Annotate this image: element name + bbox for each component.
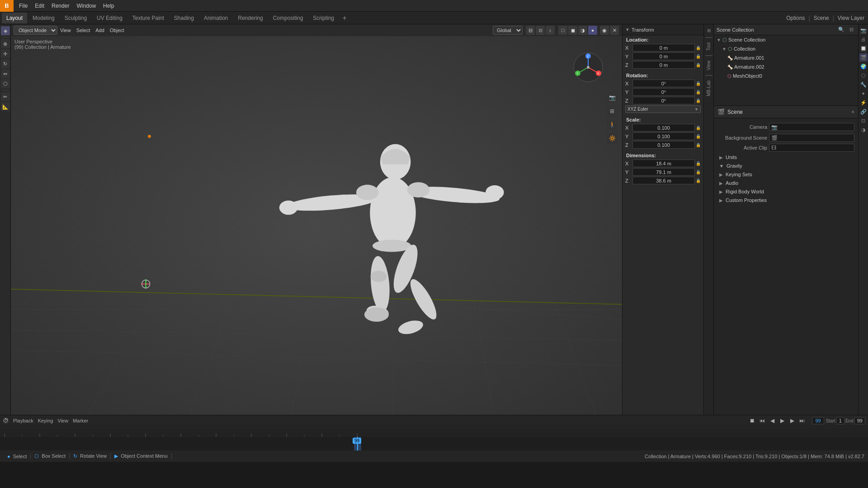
xray-toggle[interactable]: ✕ — [610, 26, 619, 35]
scale-y-input[interactable]: 0.100 — [632, 132, 695, 140]
tab-layout[interactable]: Layout — [2, 13, 27, 23]
menu-edit[interactable]: Edit — [31, 0, 48, 12]
location-z-lock[interactable]: 🔒 — [696, 63, 701, 67]
custom-properties-section[interactable]: ▶ Custom Properties — [716, 196, 856, 204]
object-props-icon[interactable]: ⬡ — [859, 71, 868, 80]
rotation-x-lock[interactable]: 🔒 — [696, 81, 701, 86]
modifier-props-icon[interactable]: 🔧 — [859, 80, 868, 89]
rotation-z-input[interactable]: 0° — [632, 97, 695, 104]
view-camera-icon[interactable]: 📷 — [607, 92, 618, 103]
tool-transform[interactable]: ⬡ — [1, 79, 10, 88]
frame-forward-button[interactable]: ▶ — [788, 416, 797, 425]
play-button[interactable]: ▶ — [778, 416, 787, 425]
frame-back-button[interactable]: ◀ — [768, 416, 777, 425]
tab-shading[interactable]: Shading — [170, 13, 198, 23]
tool-scale[interactable]: ⇔ — [1, 69, 10, 78]
tool-tab-icon[interactable]: ⊞ — [705, 26, 713, 34]
tool-annotate[interactable]: ✏ — [1, 92, 10, 101]
scale-x-input[interactable]: 0.100 — [632, 124, 695, 131]
view-layer-props-icon[interactable]: 🔲 — [859, 44, 868, 52]
add-workspace-button[interactable]: + — [340, 13, 349, 23]
jump-end-button[interactable]: ⏭ — [797, 416, 807, 425]
background-scene-value[interactable]: 🎬 — [769, 134, 854, 142]
end-frame-input[interactable]: 99 — [854, 417, 865, 424]
active-clip-value[interactable]: 🎞 — [769, 144, 854, 152]
tab-modeling[interactable]: Modeling — [28, 13, 59, 23]
playback-menu[interactable]: Playback — [11, 417, 36, 424]
constraints-icon[interactable]: 🔗 — [859, 108, 868, 116]
data-props-icon[interactable]: ⊡ — [859, 117, 868, 125]
camera-value[interactable]: 📷 — [769, 123, 854, 131]
object-mode-select[interactable]: Object Mode Edit Mode Sculpt Mode — [14, 26, 57, 35]
keying-sets-section[interactable]: ▶ Keying Sets — [716, 170, 856, 178]
scale-z-input[interactable]: 0.100 — [632, 141, 695, 149]
solid-mode[interactable]: ◼ — [568, 26, 577, 35]
units-section[interactable]: ▶ Units — [716, 153, 856, 161]
rigid-body-world-section[interactable]: ▶ Rigid Body World — [716, 188, 856, 196]
snap-toggle[interactable]: ⊟ — [526, 26, 535, 35]
rotation-y-lock[interactable]: 🔒 — [696, 90, 701, 94]
viewport[interactable]: Object Mode Edit Mode Sculpt Mode View S… — [11, 24, 622, 415]
scene-canvas[interactable] — [11, 36, 622, 415]
scale-z-lock[interactable]: 🔒 — [696, 143, 701, 147]
menu-file[interactable]: File — [15, 0, 31, 12]
global-select[interactable]: Global Local Normal — [493, 26, 523, 35]
rendered-mode[interactable]: ● — [588, 26, 597, 35]
start-frame-input[interactable]: 1 — [836, 417, 844, 424]
vp-menu-select[interactable]: Select — [74, 27, 93, 34]
scale-x-lock[interactable]: 🔒 — [696, 126, 701, 130]
rotation-x-input[interactable]: 0° — [632, 80, 695, 87]
scene-label[interactable]: Scene — [814, 15, 829, 21]
world-props-icon[interactable]: 🌍 — [859, 62, 868, 70]
dim-x-lock[interactable]: 🔒 — [696, 161, 701, 166]
options-label[interactable]: Options — [786, 15, 805, 21]
timeline-scrubber[interactable]: 0 10 20 30 40 50 60 70 80 90 100 110 120 — [0, 427, 868, 450]
tool-move[interactable]: ✛ — [1, 49, 10, 58]
armature-002-item[interactable]: 🦴 Armature.002 — [714, 62, 858, 71]
collection-root-item[interactable]: ▼ ⬡ Scene Collection — [714, 35, 858, 44]
material-props-icon[interactable]: ◑ — [859, 126, 868, 134]
vp-menu-add[interactable]: Add — [93, 27, 107, 34]
view-render-icon[interactable]: 🔆 — [607, 133, 618, 144]
view-layer-label[interactable]: View Layer — [838, 15, 864, 21]
collection-item[interactable]: ▼ ⬡ Collection — [714, 44, 858, 53]
dim-y-lock[interactable]: 🔒 — [696, 170, 701, 174]
view-menu[interactable]: View — [55, 417, 71, 424]
vp-menu-object[interactable]: Object — [107, 27, 127, 34]
dim-z-input[interactable]: 38.6 m — [632, 177, 695, 184]
tool-select[interactable]: ◈ — [1, 26, 10, 35]
keying-menu[interactable]: Keying — [36, 417, 56, 424]
timeline-area-icon[interactable]: ⏱ — [3, 418, 9, 424]
stop-button[interactable]: ⏹ — [748, 416, 757, 425]
dim-y-input[interactable]: 79.1 m — [632, 168, 695, 176]
menu-render[interactable]: Render — [48, 0, 73, 12]
jump-start-button[interactable]: ⏮ — [758, 416, 767, 425]
tool-measure[interactable]: 📐 — [1, 102, 10, 111]
menu-help[interactable]: Help — [99, 0, 118, 12]
view-ortho-icon[interactable]: ⊞ — [607, 106, 618, 117]
audio-section[interactable]: ▶ Audio — [716, 179, 856, 187]
armature-001-item[interactable]: 🦴 Armature.001 — [714, 53, 858, 62]
output-props-icon[interactable]: 🖨 — [859, 35, 868, 43]
marker-menu[interactable]: Marker — [71, 417, 90, 424]
material-mode[interactable]: ◑ — [578, 26, 587, 35]
particles-icon[interactable]: ✦ — [859, 89, 868, 98]
mesh-object-item[interactable]: ⬡ MeshObject0 — [714, 71, 858, 80]
tab-compositing[interactable]: Compositing — [269, 13, 308, 23]
gravity-section[interactable]: ▼ Gravity — [716, 162, 856, 170]
sc-filter-icon[interactable]: ⊟ — [847, 26, 855, 34]
tab-uv-editing[interactable]: UV Editing — [92, 13, 127, 23]
scale-y-lock[interactable]: 🔒 — [696, 134, 701, 139]
menu-window[interactable]: Window — [73, 0, 99, 12]
tab-scripting[interactable]: Scripting — [308, 13, 339, 23]
location-y-lock[interactable]: 🔒 — [696, 54, 701, 59]
rotation-z-lock[interactable]: 🔒 — [696, 99, 701, 103]
tab-animation[interactable]: Animation — [199, 13, 232, 23]
render-props-icon[interactable]: 📷 — [859, 26, 868, 34]
location-y-input[interactable]: 0 m — [632, 52, 695, 60]
tool-rotate[interactable]: ↻ — [1, 59, 10, 68]
dim-z-lock[interactable]: 🔒 — [696, 178, 701, 183]
scene-props-close[interactable]: × — [851, 109, 854, 115]
transform-orientations[interactable]: ↕ — [546, 26, 555, 35]
location-x-lock[interactable]: 🔒 — [696, 46, 701, 50]
